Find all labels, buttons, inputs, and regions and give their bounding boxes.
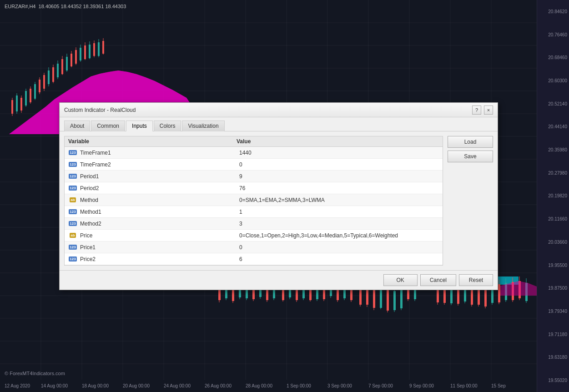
time-label: 7 Sep 00:00: [368, 383, 393, 388]
time-label: 26 Aug 00:00: [205, 383, 232, 388]
time-label: 11 Sep 00:00: [450, 383, 478, 388]
table-row[interactable]: 123 Price2 6: [65, 253, 443, 265]
inputs-table: Variable Value 123 TimeFrame1 1440 123 T…: [64, 136, 443, 266]
price-level: 19.79340: [548, 309, 567, 314]
price-level: 19.95500: [548, 263, 567, 268]
watermark: © ForexMT4Indicators.com: [5, 371, 65, 376]
num-icon: 123: [68, 208, 77, 216]
table-row[interactable]: 123 Period1 9: [65, 171, 443, 182]
price-level: 20.52140: [548, 101, 567, 106]
price-level: 20.76460: [548, 32, 567, 37]
row-variable-name: Period2: [80, 185, 239, 191]
row-variable-name: Period1: [80, 173, 239, 180]
price-level: 20.84620: [548, 9, 567, 14]
row-variable-value: 0=SMA,1=EMA,2=SMMA,3=LWMA: [239, 197, 439, 203]
dialog-help-button[interactable]: ?: [472, 106, 481, 115]
time-label: 3 Sep 00:00: [327, 383, 352, 388]
num-icon: 123: [68, 173, 77, 180]
price-level: 20.19820: [548, 193, 567, 198]
ab-icon: ab: [68, 232, 77, 239]
row-variable-value: 6: [239, 256, 439, 262]
num-icon: 123: [68, 185, 77, 192]
chart-symbol-info: EURZAR#,H4 18.40605 18.44352 18.39361 18…: [5, 4, 126, 9]
price-level: 19.71180: [548, 332, 567, 337]
row-variable-value: 0: [239, 161, 439, 168]
row-variable-value: 0=Close,1=Open,2=High,3=Low,4=Median,5=T…: [239, 232, 439, 239]
time-label: 28 Aug 00:00: [246, 383, 272, 388]
price-level: 20.60300: [548, 78, 567, 83]
row-variable-value: 1440: [239, 150, 439, 156]
dialog-close-button[interactable]: ×: [484, 106, 493, 115]
table-row[interactable]: 123 Method1 1: [65, 206, 443, 218]
table-row[interactable]: ab Method 0=SMA,1=EMA,2=SMMA,3=LWMA: [65, 194, 443, 206]
table-header: Variable Value: [65, 136, 443, 147]
table-row[interactable]: 123 Price1 0: [65, 241, 443, 253]
price-level: 20.35980: [548, 147, 567, 152]
dialog-body: Variable Value 123 TimeFrame1 1440 123 T…: [60, 131, 498, 270]
num-icon: 123: [68, 220, 77, 227]
tabs-bar: About Common Inputs Colors Visualization: [60, 117, 498, 131]
row-variable-name: TimeFrame1: [80, 150, 239, 156]
dialog-controls: ? ×: [472, 106, 493, 115]
cancel-button[interactable]: Cancel: [420, 274, 456, 286]
time-label: 18 Aug 00:00: [82, 383, 109, 388]
dialog-footer: OK Cancel Reset: [60, 270, 498, 290]
load-button[interactable]: Load: [448, 136, 493, 148]
row-variable-name: TimeFrame2: [80, 161, 239, 168]
row-variable-name: Method2: [80, 221, 239, 227]
ab-icon: ab: [68, 196, 77, 204]
time-label: 24 Aug 00:00: [164, 383, 191, 388]
price-level: 19.87500: [548, 286, 567, 291]
num-icon: 123: [68, 256, 77, 263]
tab-colors[interactable]: Colors: [154, 121, 181, 131]
tab-common[interactable]: Common: [91, 121, 125, 131]
num-icon: 123: [68, 161, 77, 168]
time-label: 12 Aug 2020: [5, 383, 30, 388]
price-level: 20.68460: [548, 55, 567, 60]
row-variable-value: 9: [239, 173, 439, 180]
tab-inputs[interactable]: Inputs: [126, 121, 153, 131]
table-row[interactable]: ab Price 0=Close,1=Open,2=High,3=Low,4=M…: [65, 230, 443, 241]
col-header-value: Value: [237, 138, 439, 145]
num-icon: 123: [68, 244, 77, 251]
time-label: 9 Sep 00:00: [409, 383, 434, 388]
save-button[interactable]: Save: [448, 151, 493, 162]
num-icon: 123: [68, 149, 77, 156]
dialog-title: Custom Indicator - RealCloud: [64, 107, 136, 113]
tab-about[interactable]: About: [64, 121, 90, 131]
table-row[interactable]: 123 Period2 76: [65, 182, 443, 194]
time-label: 15 Sep: [491, 383, 506, 388]
price-level: 20.44140: [548, 124, 567, 129]
dialog-titlebar: Custom Indicator - RealCloud ? ×: [60, 103, 498, 117]
row-variable-value: 1: [239, 209, 439, 215]
row-variable-name: Method: [80, 197, 239, 203]
time-label: 20 Aug 00:00: [123, 383, 150, 388]
price-level: 20.27980: [548, 171, 567, 176]
row-variable-value: 76: [239, 185, 439, 191]
row-variable-value: 0: [239, 244, 439, 251]
price-level: 19.55020: [548, 378, 567, 383]
table-row[interactable]: 123 TimeFrame2 0: [65, 159, 443, 171]
row-variable-value: 3: [239, 221, 439, 227]
price-level: 20.11660: [548, 216, 567, 221]
tab-visualization[interactable]: Visualization: [182, 121, 224, 131]
row-variable-name: Price2: [80, 256, 239, 262]
time-label: 14 Aug 00:00: [41, 383, 68, 388]
price-level: 20.03660: [548, 240, 567, 245]
row-variable-name: Price1: [80, 244, 239, 251]
price-level: 19.63180: [548, 355, 567, 360]
indicator-dialog: Custom Indicator - RealCloud ? × About C…: [59, 102, 498, 290]
row-variable-name: Method1: [80, 209, 239, 215]
row-variable-name: Price: [80, 232, 239, 239]
table-row[interactable]: 123 Method2 3: [65, 218, 443, 230]
time-label: 1 Sep 00:00: [287, 383, 311, 388]
reset-button[interactable]: Reset: [459, 274, 493, 286]
col-header-variable: Variable: [68, 138, 237, 145]
table-row[interactable]: 123 TimeFrame1 1440: [65, 147, 443, 159]
ok-button[interactable]: OK: [383, 274, 418, 286]
right-panel: Load Save: [448, 136, 493, 266]
price-axis: 20.84620 20.76460 20.68460 20.60300 20.5…: [537, 0, 569, 392]
